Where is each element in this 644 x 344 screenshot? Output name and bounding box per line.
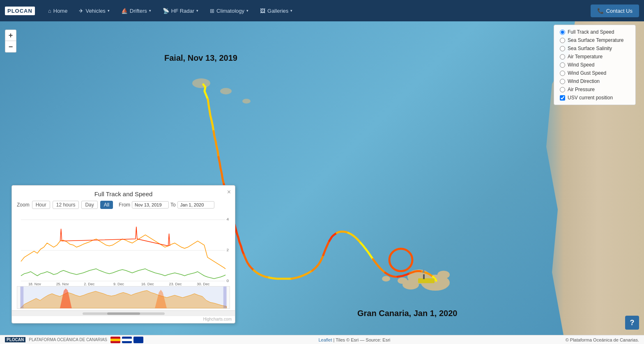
nav-drifters-label: Drifters <box>130 8 147 14</box>
copyright-text: © Plataforma Oceánica de Canarias. <box>566 337 639 342</box>
radio-sea-surface-temp[interactable]: Sea Surface Temperature <box>560 37 630 43</box>
contact-label: Contact Us <box>606 8 632 14</box>
from-date-input[interactable] <box>132 201 169 209</box>
svg-point-4 <box>398 277 407 284</box>
svg-rect-29 <box>223 287 227 308</box>
radio-windgust-input[interactable] <box>560 71 565 76</box>
drifters-caret: ▾ <box>149 9 151 13</box>
map-label-end: Gran Canaria, Jan 1, 2020 <box>357 309 457 318</box>
nav-home[interactable]: ⌂ Home <box>43 5 73 17</box>
chart-svg: 4 2 0 18. Nov 25. Nov 2. Dec 9. Dec 16. … <box>17 212 230 286</box>
radio-air-temperature[interactable]: Air Temperature <box>560 54 630 60</box>
radio-sss-input[interactable] <box>560 46 565 51</box>
svg-text:16. Dec: 16. Dec <box>141 282 154 286</box>
nav-climatology[interactable]: ⊞ Climatology ▾ <box>205 5 253 17</box>
checkbox-usv-input[interactable] <box>560 95 565 101</box>
chart-panel: × Full Track and Speed Zoom Hour 12 hour… <box>12 185 235 323</box>
radio-wind-gust-speed[interactable]: Wind Gust Speed <box>560 70 630 76</box>
chart-scrollbar[interactable] <box>12 310 235 316</box>
footer: PLOCAN PLATAFORMA OCEÁNICA DE CANARIAS L… <box>0 335 644 344</box>
checkbox-usv-label: USV current position <box>568 95 613 101</box>
drifter-icon: ⛵ <box>121 8 128 14</box>
svg-rect-27 <box>20 287 226 308</box>
navigator-svg <box>17 287 230 308</box>
svg-point-5 <box>382 276 390 282</box>
svg-point-7 <box>220 88 232 94</box>
zoom-all-button[interactable]: All <box>100 201 113 209</box>
svg-rect-28 <box>20 287 23 308</box>
nav-drifters[interactable]: ⛵ Drifters ▾ <box>116 5 156 17</box>
svg-text:2. Dec: 2. Dec <box>84 282 94 286</box>
to-label: To <box>170 202 176 208</box>
radio-sst-label: Sea Surface Temperature <box>568 37 624 43</box>
chart-area: 4 2 0 18. Nov 25. Nov 2. Dec 9. Dec 16. … <box>12 212 235 286</box>
from-label: From <box>119 202 130 208</box>
map-label-start: Faial, Nov 13, 2019 <box>164 53 237 63</box>
zoom-in-button[interactable]: + <box>5 30 16 41</box>
svg-text:30. Dec: 30. Dec <box>197 282 209 286</box>
nav-vehicles[interactable]: ✈ Vehicles ▾ <box>74 5 114 17</box>
climatology-caret: ▾ <box>246 9 248 13</box>
radio-wind-speed[interactable]: Wind Speed <box>560 62 630 68</box>
radio-airtemp-label: Air Temperature <box>568 54 603 60</box>
leaflet-credit: Leaflet | Tiles © Esri — Source: Esri <box>318 337 390 342</box>
svg-text:4: 4 <box>226 217 229 221</box>
nav-galleries[interactable]: 🖼 Galleries ▾ <box>255 5 297 17</box>
radio-airpressure-input[interactable] <box>560 87 565 92</box>
tiles-credit: | Tiles © Esri — Source: Esri <box>334 337 391 342</box>
radio-full-track-label: Full Track and Speed <box>568 29 614 35</box>
zoom-out-button[interactable]: − <box>5 41 16 53</box>
svg-text:9. Dec: 9. Dec <box>113 282 124 286</box>
radio-sea-surface-salinity[interactable]: Sea Surface Salinity <box>560 46 630 51</box>
radar-icon: 📡 <box>163 8 169 14</box>
radio-winddir-label: Wind Direction <box>568 78 600 84</box>
svg-text:0: 0 <box>226 278 229 283</box>
help-button[interactable]: ? <box>625 316 639 330</box>
svg-text:23. Dec: 23. Dec <box>169 282 182 286</box>
chart-close-button[interactable]: × <box>227 189 231 195</box>
radio-windgust-label: Wind Gust Speed <box>568 70 606 76</box>
leaflet-link[interactable]: Leaflet <box>318 337 332 342</box>
zoom-day-button[interactable]: Day <box>81 201 97 209</box>
zoom-12hours-button[interactable]: 12 hours <box>53 201 79 209</box>
svg-rect-11 <box>423 274 425 279</box>
radio-panel: Full Track and Speed Sea Surface Tempera… <box>554 25 636 105</box>
phone-icon: 📞 <box>597 8 604 14</box>
contact-button[interactable]: 📞 Contact Us <box>591 5 639 17</box>
radio-windspeed-input[interactable] <box>560 62 565 68</box>
vehicles-caret: ▾ <box>108 9 110 13</box>
radio-full-track-input[interactable] <box>560 30 565 35</box>
svg-point-6 <box>192 78 210 88</box>
hfradar-caret: ▾ <box>196 9 198 13</box>
radio-airtemp-input[interactable] <box>560 54 565 60</box>
footer-tagline: PLATAFORMA OCEÁNICA DE CANARIAS <box>29 337 107 342</box>
checkbox-usv-position[interactable]: USV current position <box>560 95 630 101</box>
radio-winddir-input[interactable] <box>560 79 565 84</box>
svg-point-9 <box>389 249 412 271</box>
footer-flags <box>110 337 143 343</box>
plocan-logo: PLOCAN <box>5 7 35 15</box>
nav-items: ⌂ Home ✈ Vehicles ▾ ⛵ Drifters ▾ 📡 HF Ra… <box>43 5 591 17</box>
radio-air-pressure[interactable]: Air Pressure <box>560 87 630 92</box>
zoom-hour-button[interactable]: Hour <box>32 201 50 209</box>
radio-windspeed-label: Wind Speed <box>568 62 594 68</box>
galleries-caret: ▾ <box>290 9 292 13</box>
to-date-input[interactable] <box>177 201 214 209</box>
flag-eu <box>133 337 143 343</box>
chart-navigator[interactable] <box>17 286 230 309</box>
radio-full-track[interactable]: Full Track and Speed <box>560 29 630 35</box>
svg-text:25. Nov: 25. Nov <box>56 282 69 286</box>
highcharts-credit: Highcharts.com <box>12 316 235 323</box>
radio-wind-direction[interactable]: Wind Direction <box>560 78 630 84</box>
radio-sst-input[interactable] <box>560 38 565 43</box>
grid-icon: ⊞ <box>210 8 214 14</box>
svg-rect-10 <box>418 278 435 283</box>
radio-sss-label: Sea Surface Salinity <box>568 46 612 51</box>
date-range: From To <box>119 201 214 209</box>
nav-hf-radar[interactable]: 📡 HF Radar ▾ <box>158 5 203 17</box>
svg-text:18. Nov: 18. Nov <box>28 282 41 286</box>
radio-airpressure-label: Air Pressure <box>568 87 595 92</box>
svg-point-2 <box>437 271 450 279</box>
flag-spain <box>110 337 120 343</box>
chart-zoom-bar: Zoom Hour 12 hours Day All From To <box>12 201 235 212</box>
